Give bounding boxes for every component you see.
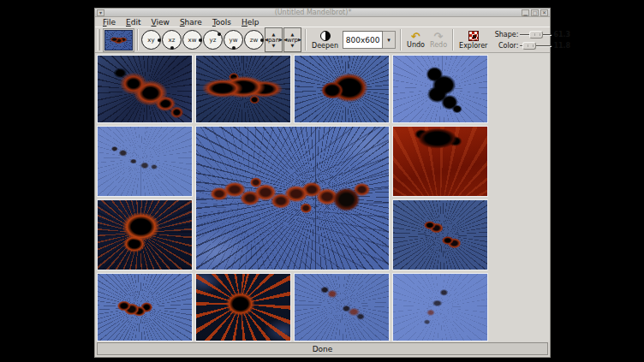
deepen-button[interactable]: Deepen [309,31,341,50]
status-text: Done [313,345,333,353]
shape-label: Shape: [492,31,518,39]
mutant-tile-top-2[interactable] [195,55,291,123]
toolbar-grip[interactable] [98,29,100,50]
rotate-xz-label: xz [169,37,176,44]
menu-item-file[interactable]: File [98,18,121,27]
pan-button[interactable]: ▲ ◀ pan ▶ ▼ [265,27,283,52]
toolbar: xyxzxwyzywzw ▲ ◀ pan ▶ ▼ ▲ ◀ wrp ▶ ▼ Dee… [95,27,550,53]
main-fractal-view[interactable] [195,126,390,270]
explorer-icon [468,31,479,41]
resolution-combo[interactable]: 800x600 ▾ [343,31,396,49]
rotate-yz-button[interactable]: yz [203,30,223,50]
shape-slider[interactable] [520,30,552,39]
menu-item-help[interactable]: Help [236,18,265,27]
mutant-tile-mid-left[interactable] [97,126,193,197]
rotate-xz-button[interactable]: xz [162,30,182,50]
close-button[interactable]: ✕ [540,9,548,16]
menu-item-view[interactable]: View [146,18,175,27]
mutant-tile-bot-4[interactable] [392,273,488,341]
rotate-zw-label: zw [250,37,258,44]
toolbar-separator [305,29,307,50]
rotate-zw-dot-icon [260,39,264,42]
color-slider[interactable] [520,41,552,50]
rotate-xy-dot-icon [158,39,161,42]
minimize-button[interactable]: ▁ [522,9,529,16]
mutant-tile-top-1[interactable] [97,55,193,123]
rotate-xy-label: xy [147,37,154,44]
fractal-preview-button[interactable] [103,28,134,52]
maximize-button[interactable]: ▢ [531,9,539,16]
app-window: ▾ (Untitled Mandelbrot)* ▁ ▢ ✕ FileEditV… [94,8,551,358]
undo-icon: ↶ [411,32,420,41]
explorer-toggle-button[interactable]: Explorer [456,31,490,50]
shape-value: 61.3 [553,31,572,39]
warp-down-icon[interactable]: ▼ [291,44,295,48]
mutant-tile-top-3[interactable] [294,55,390,123]
menu-item-tools[interactable]: Tools [207,18,236,27]
rotate-yw-button[interactable]: yw [224,30,243,50]
content-area [95,53,550,341]
undo-button[interactable]: ↶ Undo [404,32,427,49]
rotate-yw-dot-icon [232,46,236,50]
mutant-tile-mid-right[interactable] [392,126,488,197]
pan-right-icon[interactable]: ▶ [279,38,283,42]
warp-right-icon[interactable]: ▶ [298,38,301,42]
progress-bar: Done [97,342,548,355]
redo-button[interactable]: ↷ Redo [427,32,450,49]
color-label: Color: [492,42,518,50]
window-menu-button[interactable]: ▾ [97,9,104,16]
mutant-tile-bot-2[interactable] [195,273,291,341]
rotate-zw-button[interactable]: zw [244,30,264,50]
rotate-xw-button[interactable]: xw [182,30,202,50]
rotate-yz-dot-icon [218,33,221,36]
toolbar-separator [452,29,454,50]
mutant-tile-bot-3[interactable] [294,273,390,341]
window-title: (Untitled Mandelbrot)* [105,9,521,16]
pan-down-icon[interactable]: ▼ [272,44,276,48]
warp-button[interactable]: ▲ ◀ wrp ▶ ▼ [283,27,301,52]
mutant-tile-bottom-right[interactable] [392,199,488,270]
menubar: FileEditViewShareToolsHelp [95,17,550,27]
deepen-icon [320,31,331,41]
rotate-xw-label: xw [188,37,197,44]
rotate-xy-button[interactable]: xy [141,30,161,50]
redo-icon: ↷ [434,32,444,41]
fractal-preview-thumbnail [104,30,133,50]
rotate-button-group: xyxzxwyzywzw [141,30,265,50]
resolution-value: 800x600 [343,31,383,49]
rotate-yz-label: yz [210,37,217,44]
shape-slider-handle[interactable] [529,31,543,39]
mutant-tile-bot-1[interactable] [97,273,193,341]
redo-label: Redo [430,41,447,49]
desktop: { "window": { "title": "(Untitled Mandel… [0,0,644,362]
toolbar-separator [400,29,402,50]
undo-label: Undo [407,41,425,49]
deepen-label: Deepen [312,42,338,50]
rotate-xw-dot-icon [199,39,202,42]
mutant-tile-bottom-left[interactable] [97,199,193,270]
mutant-tile-top-4[interactable] [392,55,488,123]
explorer-grid [97,55,548,341]
rotate-yw-label: yw [230,37,238,44]
menu-item-share[interactable]: Share [175,18,207,27]
titlebar: ▾ (Untitled Mandelbrot)* ▁ ▢ ✕ [95,9,550,17]
toolbar-separator [137,29,139,50]
chevron-down-icon[interactable]: ▾ [383,31,396,49]
menu-item-edit[interactable]: Edit [121,18,146,27]
color-value: 11.8 [553,42,572,50]
color-slider-handle[interactable] [522,42,536,50]
explorer-sliders: Shape: 61.3 Color: 11.8 [492,30,572,50]
rotate-xz-dot-icon [170,46,174,50]
explorer-label: Explorer [459,42,487,50]
